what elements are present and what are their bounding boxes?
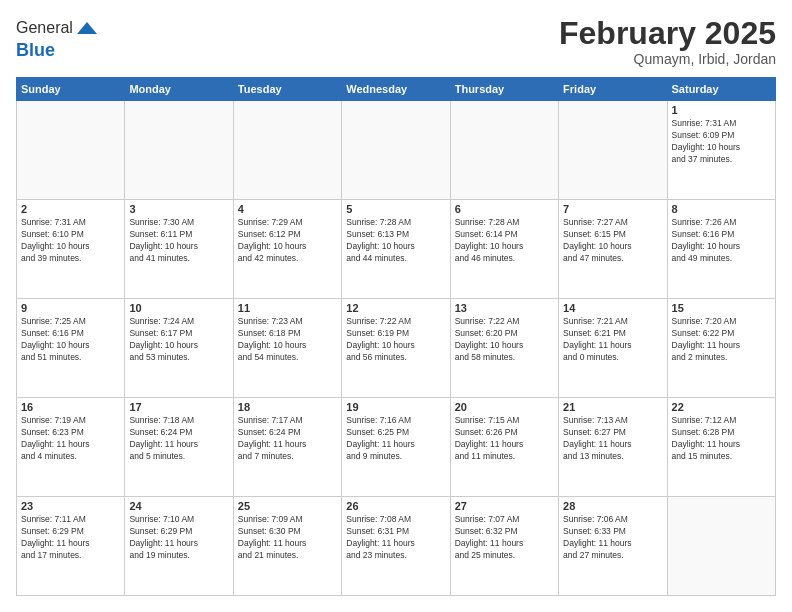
- day-info: Sunrise: 7:31 AM Sunset: 6:10 PM Dayligh…: [21, 217, 120, 265]
- day-number: 4: [238, 203, 337, 215]
- day-number: 27: [455, 500, 554, 512]
- table-cell: [667, 497, 775, 596]
- day-info: Sunrise: 7:10 AM Sunset: 6:29 PM Dayligh…: [129, 514, 228, 562]
- table-cell: [450, 101, 558, 200]
- week-row-2: 9Sunrise: 7:25 AM Sunset: 6:16 PM Daylig…: [17, 299, 776, 398]
- logo-general-text: General: [16, 19, 73, 37]
- table-cell: 3Sunrise: 7:30 AM Sunset: 6:11 PM Daylig…: [125, 200, 233, 299]
- header-saturday: Saturday: [667, 78, 775, 101]
- table-cell: 17Sunrise: 7:18 AM Sunset: 6:24 PM Dayli…: [125, 398, 233, 497]
- day-number: 9: [21, 302, 120, 314]
- day-info: Sunrise: 7:16 AM Sunset: 6:25 PM Dayligh…: [346, 415, 445, 463]
- week-row-0: 1Sunrise: 7:31 AM Sunset: 6:09 PM Daylig…: [17, 101, 776, 200]
- day-number: 13: [455, 302, 554, 314]
- table-cell: [17, 101, 125, 200]
- header-friday: Friday: [559, 78, 667, 101]
- day-number: 2: [21, 203, 120, 215]
- day-number: 10: [129, 302, 228, 314]
- table-cell: 23Sunrise: 7:11 AM Sunset: 6:29 PM Dayli…: [17, 497, 125, 596]
- table-cell: 10Sunrise: 7:24 AM Sunset: 6:17 PM Dayli…: [125, 299, 233, 398]
- day-info: Sunrise: 7:18 AM Sunset: 6:24 PM Dayligh…: [129, 415, 228, 463]
- table-cell: 8Sunrise: 7:26 AM Sunset: 6:16 PM Daylig…: [667, 200, 775, 299]
- day-number: 14: [563, 302, 662, 314]
- day-info: Sunrise: 7:21 AM Sunset: 6:21 PM Dayligh…: [563, 316, 662, 364]
- day-number: 6: [455, 203, 554, 215]
- header-tuesday: Tuesday: [233, 78, 341, 101]
- day-info: Sunrise: 7:20 AM Sunset: 6:22 PM Dayligh…: [672, 316, 771, 364]
- table-cell: [125, 101, 233, 200]
- title-block: February 2025 Qumaym, Irbid, Jordan: [559, 16, 776, 67]
- week-row-3: 16Sunrise: 7:19 AM Sunset: 6:23 PM Dayli…: [17, 398, 776, 497]
- day-info: Sunrise: 7:13 AM Sunset: 6:27 PM Dayligh…: [563, 415, 662, 463]
- day-number: 23: [21, 500, 120, 512]
- day-info: Sunrise: 7:15 AM Sunset: 6:26 PM Dayligh…: [455, 415, 554, 463]
- day-info: Sunrise: 7:07 AM Sunset: 6:32 PM Dayligh…: [455, 514, 554, 562]
- day-info: Sunrise: 7:23 AM Sunset: 6:18 PM Dayligh…: [238, 316, 337, 364]
- day-number: 7: [563, 203, 662, 215]
- day-number: 21: [563, 401, 662, 413]
- table-cell: 5Sunrise: 7:28 AM Sunset: 6:13 PM Daylig…: [342, 200, 450, 299]
- day-number: 15: [672, 302, 771, 314]
- day-number: 17: [129, 401, 228, 413]
- table-cell: 15Sunrise: 7:20 AM Sunset: 6:22 PM Dayli…: [667, 299, 775, 398]
- day-info: Sunrise: 7:26 AM Sunset: 6:16 PM Dayligh…: [672, 217, 771, 265]
- location-title: Qumaym, Irbid, Jordan: [559, 51, 776, 67]
- week-row-1: 2Sunrise: 7:31 AM Sunset: 6:10 PM Daylig…: [17, 200, 776, 299]
- day-info: Sunrise: 7:28 AM Sunset: 6:13 PM Dayligh…: [346, 217, 445, 265]
- day-number: 28: [563, 500, 662, 512]
- table-cell: 26Sunrise: 7:08 AM Sunset: 6:31 PM Dayli…: [342, 497, 450, 596]
- table-cell: 13Sunrise: 7:22 AM Sunset: 6:20 PM Dayli…: [450, 299, 558, 398]
- table-cell: 18Sunrise: 7:17 AM Sunset: 6:24 PM Dayli…: [233, 398, 341, 497]
- table-cell: 4Sunrise: 7:29 AM Sunset: 6:12 PM Daylig…: [233, 200, 341, 299]
- day-number: 11: [238, 302, 337, 314]
- day-number: 24: [129, 500, 228, 512]
- header: General Blue February 2025 Qumaym, Irbid…: [16, 16, 776, 67]
- table-cell: 11Sunrise: 7:23 AM Sunset: 6:18 PM Dayli…: [233, 299, 341, 398]
- day-number: 16: [21, 401, 120, 413]
- day-info: Sunrise: 7:22 AM Sunset: 6:20 PM Dayligh…: [455, 316, 554, 364]
- logo-icon: [75, 16, 99, 40]
- day-info: Sunrise: 7:08 AM Sunset: 6:31 PM Dayligh…: [346, 514, 445, 562]
- day-info: Sunrise: 7:31 AM Sunset: 6:09 PM Dayligh…: [672, 118, 771, 166]
- day-info: Sunrise: 7:29 AM Sunset: 6:12 PM Dayligh…: [238, 217, 337, 265]
- table-cell: 16Sunrise: 7:19 AM Sunset: 6:23 PM Dayli…: [17, 398, 125, 497]
- calendar-table: Sunday Monday Tuesday Wednesday Thursday…: [16, 77, 776, 596]
- table-cell: 28Sunrise: 7:06 AM Sunset: 6:33 PM Dayli…: [559, 497, 667, 596]
- week-row-4: 23Sunrise: 7:11 AM Sunset: 6:29 PM Dayli…: [17, 497, 776, 596]
- header-wednesday: Wednesday: [342, 78, 450, 101]
- header-thursday: Thursday: [450, 78, 558, 101]
- table-cell: 9Sunrise: 7:25 AM Sunset: 6:16 PM Daylig…: [17, 299, 125, 398]
- day-number: 25: [238, 500, 337, 512]
- day-number: 8: [672, 203, 771, 215]
- table-cell: 20Sunrise: 7:15 AM Sunset: 6:26 PM Dayli…: [450, 398, 558, 497]
- month-title: February 2025: [559, 16, 776, 51]
- table-cell: 21Sunrise: 7:13 AM Sunset: 6:27 PM Dayli…: [559, 398, 667, 497]
- table-cell: [342, 101, 450, 200]
- table-cell: 22Sunrise: 7:12 AM Sunset: 6:28 PM Dayli…: [667, 398, 775, 497]
- day-number: 5: [346, 203, 445, 215]
- day-number: 3: [129, 203, 228, 215]
- header-sunday: Sunday: [17, 78, 125, 101]
- day-number: 12: [346, 302, 445, 314]
- table-cell: 12Sunrise: 7:22 AM Sunset: 6:19 PM Dayli…: [342, 299, 450, 398]
- day-info: Sunrise: 7:06 AM Sunset: 6:33 PM Dayligh…: [563, 514, 662, 562]
- logo-blue-text: Blue: [16, 40, 99, 61]
- table-cell: 2Sunrise: 7:31 AM Sunset: 6:10 PM Daylig…: [17, 200, 125, 299]
- header-monday: Monday: [125, 78, 233, 101]
- table-cell: 1Sunrise: 7:31 AM Sunset: 6:09 PM Daylig…: [667, 101, 775, 200]
- day-info: Sunrise: 7:19 AM Sunset: 6:23 PM Dayligh…: [21, 415, 120, 463]
- weekday-header-row: Sunday Monday Tuesday Wednesday Thursday…: [17, 78, 776, 101]
- day-info: Sunrise: 7:09 AM Sunset: 6:30 PM Dayligh…: [238, 514, 337, 562]
- day-number: 1: [672, 104, 771, 116]
- day-number: 18: [238, 401, 337, 413]
- table-cell: 6Sunrise: 7:28 AM Sunset: 6:14 PM Daylig…: [450, 200, 558, 299]
- svg-marker-0: [77, 22, 97, 34]
- day-info: Sunrise: 7:11 AM Sunset: 6:29 PM Dayligh…: [21, 514, 120, 562]
- table-cell: [559, 101, 667, 200]
- day-info: Sunrise: 7:24 AM Sunset: 6:17 PM Dayligh…: [129, 316, 228, 364]
- page: General Blue February 2025 Qumaym, Irbid…: [0, 0, 792, 612]
- day-number: 26: [346, 500, 445, 512]
- day-info: Sunrise: 7:27 AM Sunset: 6:15 PM Dayligh…: [563, 217, 662, 265]
- day-number: 22: [672, 401, 771, 413]
- table-cell: 25Sunrise: 7:09 AM Sunset: 6:30 PM Dayli…: [233, 497, 341, 596]
